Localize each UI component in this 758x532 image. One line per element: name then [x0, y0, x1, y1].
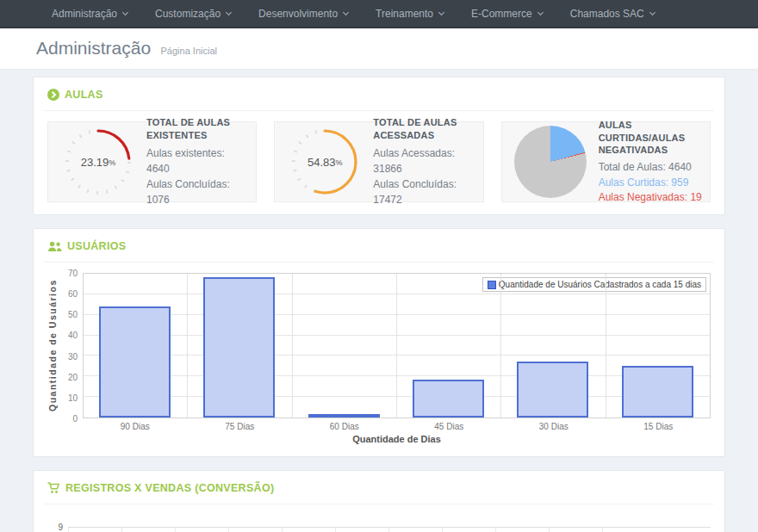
y-tick-label: 70	[68, 269, 78, 278]
shopping-cart-icon	[47, 482, 60, 494]
bar-cell	[397, 274, 501, 418]
gauge-percent-label: 54.83%	[289, 126, 361, 198]
section-title-aulas: AULAS	[65, 89, 103, 101]
panel-usuarios-header: USUÁRIOS	[47, 240, 711, 252]
card-line: Total de Aulas: 4640	[599, 160, 703, 175]
gauge-aulas-acessadas: 54.83%	[289, 126, 361, 198]
bar-chart-x-axis-title: Quantidade de Dias	[83, 434, 711, 444]
card-aulas-existentes: 23.19% TOTAL DE AULAS EXISTENTES Aulas e…	[47, 121, 257, 202]
bar-75-dias	[203, 277, 275, 418]
section-title-usuarios: USUÁRIOS	[67, 240, 126, 252]
bar-chart-y-axis-title: Quantidade de Usuários	[47, 273, 60, 418]
card-title: AULAS CURTIDAS/AULAS NEGATIVADAS	[599, 119, 703, 158]
x-tick-label: 90 Dias	[83, 422, 188, 431]
card-line: Aulas Concluídas: 1076	[146, 176, 249, 207]
nav-item-treinamento[interactable]: Treinamento	[362, 0, 457, 27]
nav-item-label: E-Commerce	[471, 8, 532, 20]
gauge-aulas-existentes: 23.19%	[62, 126, 134, 198]
nav-item-label: Chamados SAC	[570, 8, 644, 20]
bar-yticks: 010203040506070	[60, 273, 83, 418]
card-line-negativadas: Aulas Negativadas: 19	[599, 190, 703, 205]
y-tick-label: 10	[68, 393, 78, 402]
chevron-down-icon	[226, 9, 232, 15]
nav-item-ecommerce[interactable]: E-Commerce	[457, 0, 556, 27]
bar-30-dias	[517, 362, 588, 418]
bar-plot: Quantidade de Usuários Cadastrados a cad…	[83, 273, 711, 418]
chevron-down-icon	[537, 9, 544, 15]
chevron-down-icon	[343, 9, 349, 15]
x-tick-label: 60 Dias	[292, 422, 397, 431]
chevron-down-icon	[122, 9, 128, 15]
chevron-down-icon	[438, 9, 444, 15]
y-tick-label: 30	[68, 351, 78, 361]
bar-cell	[84, 274, 188, 418]
aulas-cards-row: 23.19% TOTAL DE AULAS EXISTENTES Aulas e…	[47, 121, 711, 202]
y-tick-label: 50	[68, 310, 78, 319]
x-tick-label: 75 Dias	[188, 422, 293, 431]
card-line: Aulas Acessadas: 31866	[373, 145, 475, 176]
nav-item-label: Administração	[52, 8, 117, 20]
panel-usuarios: USUÁRIOS Quantidade de Usuários 01020304…	[33, 228, 725, 457]
bar-cell	[501, 274, 606, 418]
gauge-percent-unit: %	[336, 158, 343, 167]
bar-cell	[293, 274, 397, 418]
bar-15-dias	[622, 366, 693, 418]
divider	[44, 504, 714, 504]
bar-cell	[188, 274, 292, 418]
y-tick-label: 20	[68, 372, 78, 381]
top-navbar: Administração Customização Desenvolvimen…	[0, 0, 758, 28]
card-line: Aulas existentes: 4640	[146, 145, 249, 176]
registros-plot: Registros	[68, 527, 711, 532]
x-tick-label: 45 Dias	[397, 422, 502, 431]
panel-registros-header: REGISTROS X VENDAS (CONVERSÃO)	[47, 482, 711, 494]
nav-item-label: Desenvolvimento	[258, 8, 338, 20]
nav-item-label: Treinamento	[376, 8, 433, 20]
divider	[44, 262, 714, 263]
gauge-percent-value: 54.83	[308, 156, 336, 169]
bar-45-dias	[413, 380, 484, 418]
pie-chart	[514, 126, 587, 198]
registros-ytick: 9	[58, 523, 63, 532]
chevron-down-icon	[649, 9, 655, 15]
card-text-block: AULAS CURTIDAS/AULAS NEGATIVADAS Total d…	[599, 119, 703, 206]
card-aulas-curtidas-negativadas: AULAS CURTIDAS/AULAS NEGATIVADAS Total d…	[501, 121, 711, 202]
page-header: Administração Página Inicial	[0, 28, 758, 70]
bar-90-dias	[99, 306, 171, 418]
panel-aulas: AULAS 23.19% TOTAL DE AULAS EXISTENTES A	[33, 77, 725, 215]
nav-item-label: Customização	[155, 8, 221, 20]
gauge-percent-unit: %	[109, 158, 115, 167]
gauge-percent-label: 23.19%	[62, 126, 134, 198]
users-icon	[47, 241, 62, 252]
arrow-circle-right-icon	[47, 89, 59, 101]
section-title-registros: REGISTROS X VENDAS (CONVERSÃO)	[65, 482, 274, 494]
registros-chart: 9 Registros	[47, 518, 711, 532]
main-content: AULAS 23.19% TOTAL DE AULAS EXISTENTES A	[0, 70, 758, 532]
usuarios-bar-chart: Quantidade de Usuários 010203040506070 Q…	[47, 273, 711, 444]
y-tick-label: 40	[68, 331, 78, 340]
y-tick-label: 60	[68, 289, 78, 299]
registros-ytick-column: 9	[47, 518, 68, 532]
nav-item-chamados-sac[interactable]: Chamados SAC	[556, 0, 668, 27]
card-line: Aulas Concluídas: 17472	[373, 176, 475, 207]
nav-item-customizacao[interactable]: Customização	[141, 0, 245, 27]
panel-registros-vendas: REGISTROS X VENDAS (CONVERSÃO) 9 Registr…	[33, 470, 725, 532]
x-tick-label: 30 Dias	[501, 422, 606, 431]
card-line-curtidas: Aulas Curtidas: 959	[599, 176, 703, 190]
card-text-block: TOTAL DE AULAS ACESSADAS Aulas Acessadas…	[373, 116, 475, 207]
y-tick-label: 0	[72, 414, 78, 424]
page-title: Administração	[36, 38, 151, 58]
gauge-percent-value: 23.19	[81, 156, 109, 169]
bar-xlabels: 90 Dias75 Dias60 Dias45 Dias30 Dias15 Di…	[83, 422, 711, 431]
bar-cell	[606, 274, 710, 418]
nav-item-desenvolvimento[interactable]: Desenvolvimento	[245, 0, 362, 27]
panel-aulas-header: AULAS	[47, 89, 711, 101]
divider	[44, 110, 714, 111]
bar-60-dias	[308, 414, 380, 418]
card-text-block: TOTAL DE AULAS EXISTENTES Aulas existent…	[146, 116, 249, 207]
registros-gridlines	[68, 528, 614, 532]
card-aulas-acessadas: 54.83% TOTAL DE AULAS ACESSADAS Aulas Ac…	[274, 121, 483, 202]
page-subtitle: Página Inicial	[161, 46, 217, 56]
card-title: TOTAL DE AULAS ACESSADAS	[373, 116, 475, 142]
x-tick-label: 15 Dias	[606, 422, 711, 431]
nav-item-administracao[interactable]: Administração	[38, 0, 141, 27]
